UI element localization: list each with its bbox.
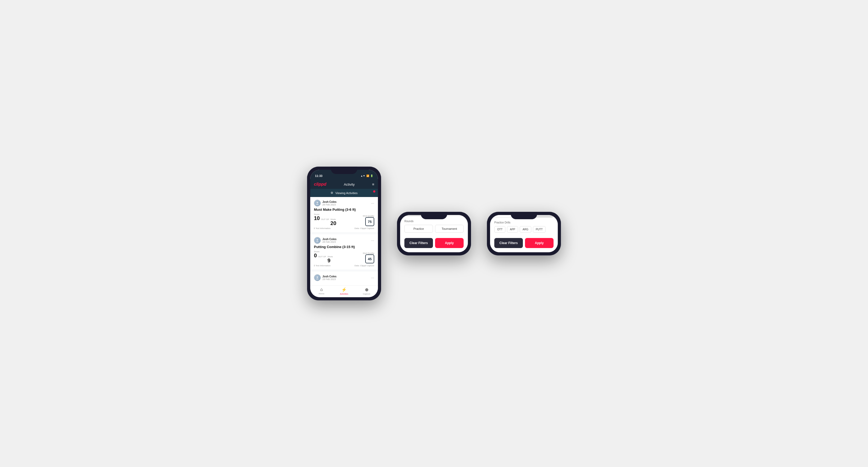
- activity-item-2[interactable]: Josh Coles 28 Feb 2023 ··· Putting Combi…: [310, 234, 378, 270]
- capture-icon: ⊕: [365, 287, 368, 292]
- rounds-label-2: Rounds: [404, 220, 464, 223]
- activity-header-1: Josh Coles 28 Feb 2023 ···: [314, 200, 374, 207]
- shot-quality-1: Shot Quality 75: [363, 215, 374, 226]
- info-icon-2: ℹ: [314, 264, 315, 267]
- drill-buttons-3: OTT APP ARG PUTT: [494, 226, 554, 233]
- user-info-3: Josh Coles 28 Feb 2023: [314, 274, 336, 281]
- app-bar-1: clippd Activity ≡: [310, 180, 378, 189]
- notification-dot: [373, 190, 375, 192]
- notch-3: [511, 212, 537, 219]
- phone-1: 11:33 ▲▼ 📶 🔋 clippd Activity ≡ ⚙ Viewing…: [307, 166, 381, 301]
- capture-label: Capture: [363, 293, 370, 295]
- svg-point-5: [316, 278, 319, 280]
- viewing-bar-1[interactable]: ⚙ Viewing Activities: [310, 189, 378, 197]
- arg-drill-btn[interactable]: ARG: [520, 226, 531, 233]
- putt-drill-btn[interactable]: PUTT: [533, 226, 546, 233]
- sq-badge-1: 75: [365, 217, 374, 226]
- filter-sheet-2: Filter ✕ Show Rounds Practice Drills Rou…: [400, 215, 468, 252]
- activity-footer-2: ℹ Test Information Data: Clippd Capture: [314, 264, 374, 267]
- app-drill-btn[interactable]: APP: [507, 226, 518, 233]
- clear-filters-btn-3[interactable]: Clear Filters: [494, 238, 523, 248]
- practice-round-btn-2[interactable]: Practice: [404, 225, 433, 233]
- user-info-1: Josh Coles 28 Feb 2023: [314, 200, 336, 207]
- score-value-1: 10: [314, 216, 320, 221]
- sq-label-2: Shot Quality: [363, 252, 374, 254]
- clear-filters-btn-2[interactable]: Clear Filters: [404, 238, 433, 248]
- viewing-activities-label: Viewing Activities: [335, 191, 358, 195]
- more-options-2[interactable]: ···: [371, 238, 374, 243]
- tournament-round-btn-2[interactable]: Tournament: [435, 225, 464, 233]
- shots-value-2: 9: [328, 257, 330, 263]
- info-icon-1: ℹ: [314, 227, 315, 229]
- test-info-1: ℹ Test Information: [314, 227, 331, 229]
- svg-point-0: [317, 202, 318, 204]
- avatar-1: [314, 200, 321, 207]
- status-time: 11:33: [315, 174, 322, 178]
- practice-drills-label-3: Practice Drills: [494, 221, 554, 224]
- avatar-3: [314, 274, 321, 281]
- home-icon: ⌂: [320, 287, 323, 292]
- more-options-1[interactable]: ···: [371, 201, 374, 205]
- nav-activities[interactable]: ⚡ Activities: [333, 287, 355, 295]
- activity-header-2: Josh Coles 28 Feb 2023 ···: [314, 237, 374, 244]
- activity-title-2: Putting Combine (3-15 ft): [314, 245, 374, 249]
- wifi-icon: 📶: [366, 175, 369, 177]
- battery-icon: 🔋: [370, 175, 373, 177]
- activities-icon: ⚡: [341, 287, 347, 292]
- nav-capture[interactable]: ⊕ Capture: [355, 287, 378, 295]
- phone-2: 11:33 ▲▼ 📶 🔋 clippd Activity ≡ ⚙ Viewing…: [397, 212, 471, 255]
- filter-icon: ⚙: [331, 191, 333, 195]
- user-name-3: Josh Coles: [322, 275, 336, 278]
- data-source-1: Data: Clippd Capture: [354, 227, 374, 229]
- notch-2: [421, 212, 447, 219]
- avatar-2: [314, 237, 321, 244]
- activity-header-3: Josh Coles 28 Feb 2023 ···: [314, 274, 374, 281]
- svg-point-1: [316, 204, 319, 205]
- stats-row-1: Score 10 OUT OF Shots 20 Sho: [314, 213, 374, 226]
- stats-row-2: Score 0 OUT OF Shots 9 Shot: [314, 250, 374, 263]
- activity-item-3[interactable]: Josh Coles 28 Feb 2023 ···: [310, 272, 378, 283]
- out-of-2: OUT OF: [318, 255, 326, 258]
- test-info-label-1: Test Information: [315, 227, 331, 229]
- activities-label: Activities: [340, 293, 348, 295]
- score-value-2: 0: [314, 253, 317, 258]
- scene: 11:33 ▲▼ 📶 🔋 clippd Activity ≡ ⚙ Viewing…: [307, 166, 561, 301]
- user-date-2: 28 Feb 2023: [322, 241, 336, 243]
- signal-icon: ▲▼: [361, 175, 365, 177]
- user-name-2: Josh Coles: [322, 238, 336, 241]
- phone-screen-3: 11:33 ▲▼ 📶 🔋 clippd Activity ≡ ⚙ Viewing…: [490, 215, 558, 252]
- shots-value-1: 20: [330, 220, 336, 226]
- avatar-img-2: [314, 237, 320, 244]
- more-options-3[interactable]: ···: [371, 276, 374, 280]
- sq-badge-2: 45: [365, 254, 374, 263]
- user-info-2: Josh Coles 28 Feb 2023: [314, 237, 336, 244]
- filter-sheet-3: Filter ✕ Show Rounds Practice Drills Pra…: [490, 215, 558, 252]
- out-of-1: OUT OF: [321, 218, 329, 221]
- ott-drill-btn[interactable]: OTT: [494, 226, 505, 233]
- rounds-buttons-2: Practice Tournament: [404, 225, 464, 233]
- avatar-img-3: [314, 275, 320, 281]
- filter-actions-2: Clear Filters Apply: [404, 238, 464, 248]
- user-name-1: Josh Coles: [322, 200, 336, 204]
- shot-quality-2: Shot Quality 45: [363, 252, 374, 263]
- phone-3: 11:33 ▲▼ 📶 🔋 clippd Activity ≡ ⚙ Viewing…: [487, 212, 561, 255]
- apply-btn-2[interactable]: Apply: [435, 238, 464, 248]
- apply-btn-3[interactable]: Apply: [525, 238, 554, 248]
- test-info-2: ℹ Test Information: [314, 264, 331, 267]
- activity-footer-1: ℹ Test Information Data: Clippd Capture: [314, 227, 374, 229]
- activity-item-1[interactable]: Josh Coles 28 Feb 2023 ··· Must Make Put…: [310, 197, 378, 232]
- filter-actions-3: Clear Filters Apply: [494, 238, 554, 248]
- sq-label-1: Shot Quality: [363, 215, 374, 217]
- user-date-3: 28 Feb 2023: [322, 278, 336, 281]
- activity-title-1: Must Make Putting (3-6 ft): [314, 208, 374, 212]
- data-source-2: Data: Clippd Capture: [354, 264, 374, 267]
- phone-screen-2: 11:33 ▲▼ 📶 🔋 clippd Activity ≡ ⚙ Viewing…: [400, 215, 468, 252]
- home-label: Home: [319, 292, 324, 295]
- phone-screen-1: 11:33 ▲▼ 📶 🔋 clippd Activity ≡ ⚙ Viewing…: [310, 170, 378, 297]
- svg-point-2: [317, 239, 318, 241]
- activity-list: Josh Coles 28 Feb 2023 ··· Must Make Put…: [310, 197, 378, 283]
- menu-icon[interactable]: ≡: [372, 182, 374, 186]
- bottom-nav-1: ⌂ Home ⚡ Activities ⊕ Capture: [310, 285, 378, 297]
- notch: [331, 166, 357, 174]
- nav-home[interactable]: ⌂ Home: [310, 287, 333, 295]
